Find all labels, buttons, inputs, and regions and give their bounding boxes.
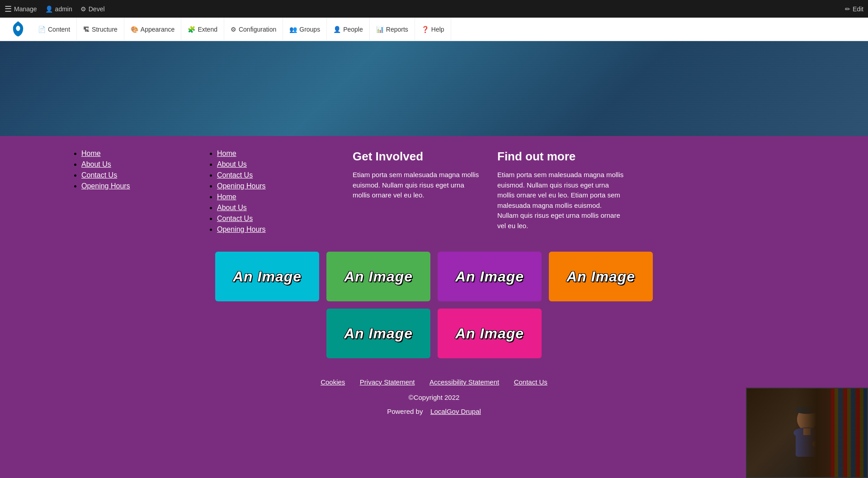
svg-rect-5 — [803, 428, 811, 435]
nav-col-1-list: Home About Us Contact Us Opening Hours — [72, 150, 190, 190]
nav-hours-link-1[interactable]: Opening Hours — [81, 182, 130, 190]
nav-col-2-list: Home About Us Contact Us Opening Hours H… — [208, 150, 326, 234]
image-label-1: An Image — [233, 268, 302, 285]
image-label-2: An Image — [344, 268, 413, 285]
manage-menu-item[interactable]: ☰ Manage — [5, 4, 37, 14]
admin-label: admin — [55, 5, 72, 13]
people-icon: 👤 — [333, 26, 341, 33]
copyright: ©Copyright 2022 — [72, 394, 796, 401]
admin-menu-item[interactable]: 👤 admin — [45, 5, 72, 13]
image-row-1: An Image An Image An Image An Image — [72, 250, 796, 303]
accessibility-link[interactable]: Accessibility Statement — [429, 378, 499, 386]
configuration-icon: ⚙ — [231, 26, 236, 33]
image-box-1[interactable]: An Image — [215, 252, 319, 301]
toolbar-left: ☰ Manage 👤 admin ⚙ Devel — [5, 4, 105, 14]
nav-col-1: Home About Us Contact Us Opening Hours — [72, 150, 208, 236]
svg-point-1 — [795, 407, 819, 414]
reports-label: Reports — [386, 26, 408, 33]
get-involved-body: Etiam porta sem malesuada magna mollis e… — [353, 170, 479, 201]
nav-about-link-1[interactable]: About Us — [81, 160, 111, 168]
drupal-logo[interactable] — [9, 20, 27, 38]
hero-water-overlay — [0, 41, 868, 136]
svg-point-0 — [797, 408, 817, 431]
svg-rect-3 — [796, 430, 818, 457]
groups-label: Groups — [299, 26, 320, 33]
hero-image — [0, 41, 868, 136]
image-box-4[interactable]: An Image — [549, 252, 653, 301]
nav-configuration[interactable]: ⚙ Configuration — [224, 18, 283, 41]
find-out-more-title: Find out more — [497, 150, 624, 164]
nav-home-link-2b[interactable]: Home — [217, 193, 236, 201]
svg-point-4 — [793, 427, 821, 438]
image-grid: An Image An Image An Image An Image An I… — [72, 250, 796, 360]
devel-icon: ⚙ — [80, 5, 86, 13]
person-silhouette — [784, 403, 830, 462]
nav-home-link-2a[interactable]: Home — [217, 150, 236, 157]
nav-hours-link-2b[interactable]: Opening Hours — [217, 225, 266, 233]
svg-point-6 — [812, 441, 821, 448]
manage-label: Manage — [14, 5, 37, 13]
svg-rect-2 — [795, 408, 819, 412]
list-item: Contact Us — [217, 171, 326, 179]
webcam-video — [747, 389, 867, 477]
list-item: Home — [81, 150, 190, 158]
appearance-icon: 🎨 — [131, 26, 138, 33]
admin-toolbar: ☰ Manage 👤 admin ⚙ Devel ✏ Edit — [0, 0, 868, 18]
hamburger-icon: ☰ — [5, 4, 12, 14]
list-item: About Us — [217, 204, 326, 212]
nav-reports[interactable]: 📊 Reports — [370, 18, 415, 41]
image-label-6: An Image — [455, 325, 524, 342]
get-involved-section: Get Involved Etiam porta sem malesuada m… — [344, 150, 488, 236]
nav-content[interactable]: 📄 Content — [32, 18, 77, 41]
nav-help[interactable]: ❓ Help — [415, 18, 451, 41]
reports-icon: 📊 — [376, 26, 384, 33]
list-item: About Us — [81, 160, 190, 169]
nav-about-link-2a[interactable]: About Us — [217, 160, 247, 168]
footer-links: Cookies Privacy Statement Accessibility … — [72, 378, 796, 386]
content-icon: 📄 — [38, 26, 46, 33]
image-box-5[interactable]: An Image — [326, 309, 430, 358]
privacy-link[interactable]: Privacy Statement — [360, 378, 415, 386]
nav-contact-link-2a[interactable]: Contact Us — [217, 171, 253, 179]
edit-icon: ✏ — [845, 5, 850, 13]
image-label-4: An Image — [566, 268, 635, 285]
toolbar-right: ✏ Edit — [845, 5, 863, 13]
nav-people[interactable]: 👤 People — [327, 18, 370, 41]
nav-about-link-2b[interactable]: About Us — [217, 204, 247, 211]
edit-menu-item[interactable]: ✏ Edit — [845, 5, 863, 13]
webcam-overlay — [746, 388, 868, 478]
appearance-label: Appearance — [141, 26, 175, 33]
image-box-3[interactable]: An Image — [438, 252, 542, 301]
image-box-2[interactable]: An Image — [326, 252, 430, 301]
secondary-nav: 📄 Content 🏗 Structure 🎨 Appearance 🧩 Ext… — [0, 18, 868, 41]
help-label: Help — [431, 26, 444, 33]
nav-hours-link-2a[interactable]: Opening Hours — [217, 182, 266, 190]
nav-appearance[interactable]: 🎨 Appearance — [124, 18, 182, 41]
devel-menu-item[interactable]: ⚙ Devel — [80, 5, 105, 13]
list-item: Contact Us — [217, 215, 326, 223]
nav-contact-link-2b[interactable]: Contact Us — [217, 215, 253, 222]
list-item: Opening Hours — [217, 225, 326, 234]
contact-us-footer-link[interactable]: Contact Us — [514, 378, 547, 386]
devel-label: Devel — [89, 5, 105, 13]
bookshelf-bg — [831, 389, 867, 477]
nav-extend[interactable]: 🧩 Extend — [181, 18, 224, 41]
nav-structure[interactable]: 🏗 Structure — [77, 18, 124, 41]
list-item: About Us — [217, 160, 326, 169]
user-icon: 👤 — [45, 5, 53, 13]
nav-columns-section: Home About Us Contact Us Opening Hours H… — [72, 150, 796, 236]
image-box-6[interactable]: An Image — [438, 309, 542, 358]
nav-contact-link-1[interactable]: Contact Us — [81, 171, 117, 179]
find-out-more-body: Etiam porta sem malesuada magna mollis e… — [497, 170, 624, 231]
nav-home-link-1[interactable]: Home — [81, 150, 101, 157]
configuration-label: Configuration — [239, 26, 276, 33]
localgov-drupal-link[interactable]: LocalGov Drupal — [430, 408, 481, 415]
nav-groups[interactable]: 👥 Groups — [283, 18, 327, 41]
image-label-5: An Image — [344, 325, 413, 342]
cookies-link[interactable]: Cookies — [321, 378, 345, 386]
main-content: Home About Us Contact Us Opening Hours H… — [0, 136, 868, 442]
list-item: Contact Us — [81, 171, 190, 179]
groups-icon: 👥 — [289, 26, 297, 33]
image-row-2: An Image An Image — [72, 307, 796, 360]
list-item: Home — [217, 193, 326, 201]
